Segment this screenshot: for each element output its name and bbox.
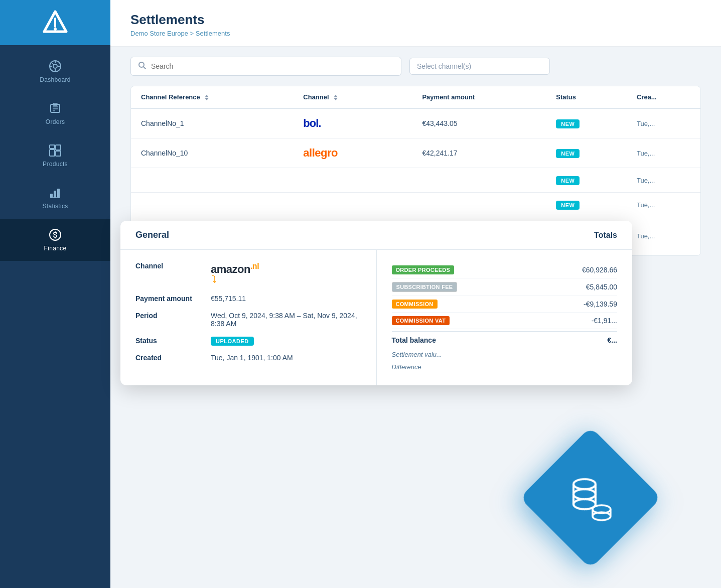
totals-subscription-badge: SUBSCRIBTION FEE: [392, 282, 458, 292]
totals-row-subscription: SUBSCRIBTION FEE €5,845.00: [392, 278, 618, 296]
col-payment-amount: Payment amount: [412, 86, 546, 108]
svg-rect-20: [54, 191, 56, 198]
detail-created-value: Tue, Jan 1, 1901, 1:00 AM: [211, 354, 293, 362]
cell-channel-logo: allegro: [293, 138, 412, 168]
toolbar: Select channel(s): [110, 47, 721, 86]
main-content: Settlements Demo Store Europe > Settleme…: [110, 0, 721, 588]
totals-commission-amount: -€9,139.59: [572, 300, 617, 308]
table-row[interactable]: NEW Tue,...: [131, 168, 700, 193]
sort-icon-channel[interactable]: [334, 95, 338, 100]
table-row[interactable]: ChannelNo_10 allegro €42,241.17 NEW Tue,…: [131, 138, 700, 168]
status-badge: NEW: [556, 201, 580, 210]
sidebar-item-statistics[interactable]: Statistics: [0, 177, 110, 219]
cell-created: Tue,...: [627, 108, 700, 138]
detail-left: Channel amazon.nl ⤵ Payment amount €55,7…: [120, 250, 377, 385]
cell-created: Tue,...: [627, 217, 700, 255]
svg-rect-18: [50, 145, 55, 149]
totals-settlement-row: Settlement valu...: [392, 348, 618, 361]
detail-status-value: UPLOADED: [211, 337, 254, 345]
search-box: [130, 57, 401, 76]
svg-rect-21: [57, 189, 60, 198]
sidebar-item-dashboard[interactable]: Dashboard: [0, 50, 110, 92]
svg-line-9: [52, 63, 54, 65]
detail-panel-title: General: [135, 230, 169, 240]
totals-commission-vat-badge: COMMISSION VAT: [392, 316, 450, 325]
database-icon: [565, 470, 616, 525]
table-row[interactable]: ChannelNo_1 bol. €43,443.05 NEW Tue,...: [131, 108, 700, 138]
svg-rect-15: [50, 150, 55, 156]
detail-channel-value: amazon.nl ⤵: [211, 262, 259, 285]
sidebar-item-products[interactable]: Products: [0, 134, 110, 177]
totals-total-balance-value: €...: [608, 336, 617, 344]
search-input[interactable]: [151, 62, 394, 70]
status-badge: NEW: [556, 119, 580, 128]
totals-settlement-label: Settlement valu...: [392, 351, 442, 358]
totals-commission-badge: COMMISSION: [392, 300, 438, 309]
sidebar-item-orders[interactable]: Orders: [0, 92, 110, 134]
sidebar-logo: [0, 0, 110, 45]
detail-status-label: Status: [135, 337, 201, 345]
sidebar-item-finance[interactable]: Finance: [0, 219, 110, 261]
svg-line-25: [143, 67, 146, 69]
totals-difference-row: Difference: [392, 361, 618, 373]
search-icon: [138, 61, 146, 71]
detail-right: ORDER PROCEEDS €60,928.66 SUBSCRIBTION F…: [377, 250, 633, 385]
cell-payment-amount: €42,241.17: [412, 138, 546, 168]
cell-status: NEW: [546, 168, 627, 193]
sort-icon-channel-reference[interactable]: [205, 95, 209, 100]
bol-logo: bol.: [303, 117, 321, 129]
detail-row-status: Status UPLOADED: [135, 337, 361, 345]
channel-select[interactable]: Select channel(s): [409, 58, 550, 75]
table-row[interactable]: NEW Tue,...: [131, 193, 700, 217]
cell-channel-ref: [131, 168, 293, 193]
cell-channel-logo: [293, 193, 412, 217]
detail-row-channel: Channel amazon.nl ⤵: [135, 262, 361, 285]
cell-channel-logo: bol.: [293, 108, 412, 138]
totals-commission-vat-amount: -€1,91...: [572, 317, 617, 325]
orders-icon: [48, 101, 62, 115]
sidebar-nav: Dashboard Orders Products: [0, 45, 110, 261]
detail-payment-value: €55,715.11: [211, 295, 246, 303]
products-icon: [48, 143, 62, 158]
detail-panel-totals-label: Totals: [594, 231, 617, 240]
cell-channel-ref: [131, 193, 293, 217]
allegro-logo: allegro: [303, 146, 338, 159]
totals-total-balance-row: Total balance €...: [392, 331, 618, 348]
col-status: Status: [546, 86, 627, 108]
detail-row-created: Created Tue, Jan 1, 1901, 1:00 AM: [135, 354, 361, 362]
cell-status: NEW: [546, 108, 627, 138]
sidebar-item-finance-label: Finance: [44, 245, 67, 252]
svg-point-30: [573, 489, 596, 499]
totals-order-proceeds-amount: €60,928.66: [572, 266, 617, 274]
totals-row-commission-vat: COMMISSION VAT -€1,91...: [392, 313, 618, 329]
detail-row-period: Period Wed, Oct 9, 2024, 9:38 AM – Sat, …: [135, 312, 361, 328]
svg-point-26: [573, 479, 596, 489]
cell-status: NEW: [546, 138, 627, 168]
detail-panel-header: General Totals: [120, 221, 632, 250]
totals-subscription-amount: €5,845.00: [572, 283, 617, 291]
detail-channel-label: Channel: [135, 262, 201, 270]
detail-period-value: Wed, Oct 9, 2024, 9:38 AM – Sat, Nov 9, …: [211, 312, 361, 328]
status-badge: NEW: [556, 149, 580, 158]
sidebar: Dashboard Orders Products: [0, 0, 110, 588]
amazon-logo-detail: amazon.nl ⤵: [211, 262, 259, 285]
status-badge-detail: UPLOADED: [211, 337, 254, 346]
channel-select-label: Select channel(s): [417, 62, 471, 70]
col-channel: Channel: [293, 86, 412, 108]
col-channel-reference: Channel Reference: [131, 86, 293, 108]
sidebar-item-products-label: Products: [43, 161, 68, 168]
cell-created: Tue,...: [627, 193, 700, 217]
detail-payment-label: Payment amount: [135, 295, 201, 303]
cell-status: NEW: [546, 193, 627, 217]
breadcrumb-store: Demo Store Europe: [130, 30, 188, 37]
status-badge: NEW: [556, 176, 580, 185]
svg-point-4: [53, 64, 57, 68]
finance-icon: [48, 228, 62, 242]
cell-created: Tue,...: [627, 168, 700, 193]
cell-payment-amount: [412, 168, 546, 193]
breadcrumb: Demo Store Europe > Settlements: [130, 30, 701, 37]
totals-order-proceeds-badge: ORDER PROCEEDS: [392, 265, 455, 274]
svg-rect-16: [56, 145, 61, 150]
svg-rect-17: [56, 151, 61, 156]
breadcrumb-separator: >: [190, 30, 196, 37]
